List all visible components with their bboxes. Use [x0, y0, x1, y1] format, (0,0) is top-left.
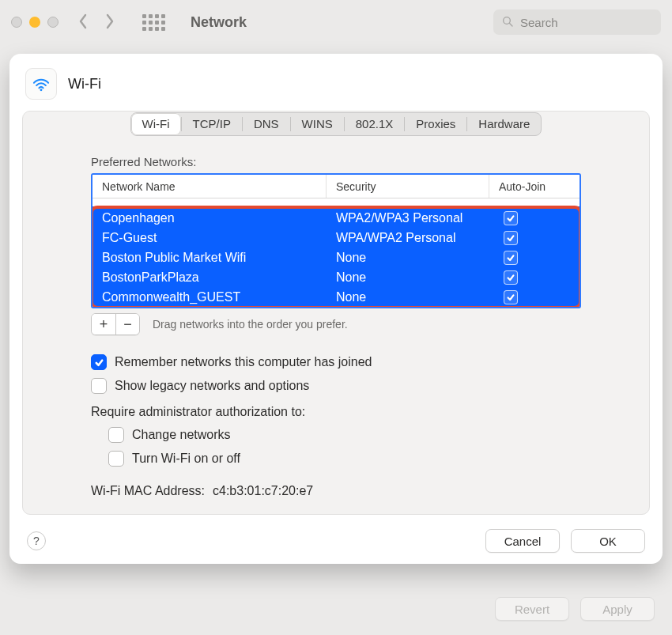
help-button[interactable]: ?	[27, 531, 46, 550]
autojoin-checkbox[interactable]	[504, 251, 518, 265]
mac-address-value: c4:b3:01:c7:20:e7	[213, 484, 313, 498]
cell-security: None	[336, 251, 499, 265]
autojoin-checkbox[interactable]	[504, 211, 518, 225]
show-legacy-checkbox[interactable]	[91, 378, 107, 394]
back-button[interactable]	[76, 13, 90, 32]
revert-button[interactable]: Revert	[495, 597, 569, 621]
auth-change-networks-option[interactable]: Change networks	[108, 427, 581, 443]
settings-panel: Wi-Fi TCP/IP DNS WINS 802.1X Proxies Har…	[22, 111, 650, 515]
auth-wifi-toggle-option[interactable]: Turn Wi-Fi on or off	[108, 451, 581, 467]
auth-change-networks-checkbox[interactable]	[108, 427, 124, 443]
tab-dns[interactable]: DNS	[243, 113, 290, 135]
add-remove-control: + −	[91, 313, 140, 335]
tab-proxies[interactable]: Proxies	[405, 113, 466, 135]
cell-network-name: Copenhagen	[102, 211, 336, 225]
cell-security: None	[336, 290, 499, 304]
tab-hardware[interactable]: Hardware	[467, 113, 541, 135]
table-row[interactable]: FC-Guest WPA/WPA2 Personal	[92, 228, 580, 248]
table-rows[interactable]: Copenhagen WPA2/WPA3 Personal FC-Guest W…	[92, 208, 580, 307]
wifi-settings-sheet: Wi-Fi Wi-Fi TCP/IP DNS WINS 802.1X Proxi…	[9, 54, 663, 564]
auth-wifi-toggle-checkbox[interactable]	[108, 451, 124, 467]
show-all-prefs-icon[interactable]	[142, 14, 165, 31]
svg-line-1	[509, 23, 512, 26]
preferred-networks-table[interactable]: Network Name Security Auto-Join Copenhag…	[91, 173, 581, 308]
cell-auto-join[interactable]	[499, 270, 570, 285]
autojoin-checkbox[interactable]	[504, 270, 518, 285]
wifi-icon	[25, 68, 57, 100]
tab-8021x[interactable]: 802.1X	[345, 113, 405, 135]
tab-wifi[interactable]: Wi-Fi	[131, 113, 181, 135]
cell-auto-join[interactable]	[499, 211, 570, 225]
cell-auto-join[interactable]	[499, 231, 570, 245]
autojoin-checkbox[interactable]	[504, 290, 518, 304]
auth-wifi-toggle-label: Turn Wi-Fi on or off	[132, 452, 240, 466]
admin-auth-label: Require administrator authorization to:	[91, 405, 581, 419]
window-toolbar: Network Search	[0, 0, 672, 44]
cell-auto-join[interactable]	[499, 251, 570, 265]
mac-address-label: Wi-Fi MAC Address:	[91, 484, 205, 498]
search-icon	[501, 15, 514, 30]
cell-security: None	[336, 270, 499, 285]
zoom-window-icon[interactable]	[47, 17, 59, 28]
cell-network-name: Commonwealth_GUEST	[102, 290, 336, 304]
column-network-name[interactable]: Network Name	[92, 175, 327, 198]
cell-auto-join[interactable]	[499, 290, 570, 304]
cell-network-name: FC-Guest	[102, 231, 336, 245]
cell-security: WPA/WPA2 Personal	[336, 231, 499, 245]
tab-bar: Wi-Fi TCP/IP DNS WINS 802.1X Proxies Har…	[23, 111, 649, 138]
table-row[interactable]: Copenhagen WPA2/WPA3 Personal	[92, 208, 580, 228]
apply-button[interactable]: Apply	[580, 597, 655, 621]
search-field[interactable]: Search	[493, 9, 661, 35]
tab-wins[interactable]: WINS	[291, 113, 344, 135]
close-window-icon[interactable]	[11, 17, 22, 28]
table-header: Network Name Security Auto-Join	[92, 175, 580, 198]
preferred-networks-label: Preferred Networks:	[91, 155, 581, 168]
window-title: Network	[191, 14, 247, 31]
traffic-lights	[11, 17, 59, 28]
window-action-buttons: Revert Apply	[495, 597, 655, 621]
auth-change-networks-label: Change networks	[132, 428, 231, 442]
remember-networks-checkbox[interactable]	[91, 354, 107, 370]
cell-network-name: BostonParkPlaza	[102, 270, 336, 285]
forward-button[interactable]	[103, 13, 117, 32]
sheet-title: Wi-Fi	[68, 76, 101, 93]
column-security[interactable]: Security	[327, 175, 489, 198]
minimize-window-icon[interactable]	[29, 17, 40, 28]
table-row[interactable]: BostonParkPlaza None	[92, 267, 580, 287]
autojoin-checkbox[interactable]	[504, 231, 518, 245]
table-row[interactable]: Boston Public Market Wifi None	[92, 248, 580, 267]
remember-networks-option[interactable]: Remember networks this computer has join…	[91, 354, 581, 370]
tab-tcpip[interactable]: TCP/IP	[182, 113, 242, 135]
cell-network-name: Boston Public Market Wifi	[102, 251, 336, 265]
remember-networks-label: Remember networks this computer has join…	[115, 355, 372, 369]
svg-point-2	[40, 89, 43, 91]
cancel-button[interactable]: Cancel	[485, 529, 560, 553]
add-network-button[interactable]: +	[92, 314, 115, 335]
table-row[interactable]: Commonwealth_GUEST None	[92, 287, 580, 307]
show-legacy-option[interactable]: Show legacy networks and options	[91, 378, 581, 394]
ok-button[interactable]: OK	[571, 529, 645, 553]
show-legacy-label: Show legacy networks and options	[115, 379, 309, 393]
column-auto-join[interactable]: Auto-Join	[489, 175, 580, 198]
search-placeholder: Search	[520, 16, 558, 29]
cell-security: WPA2/WPA3 Personal	[336, 211, 499, 225]
drag-hint: Drag networks into the order you prefer.	[153, 318, 348, 331]
remove-network-button[interactable]: −	[115, 314, 139, 335]
